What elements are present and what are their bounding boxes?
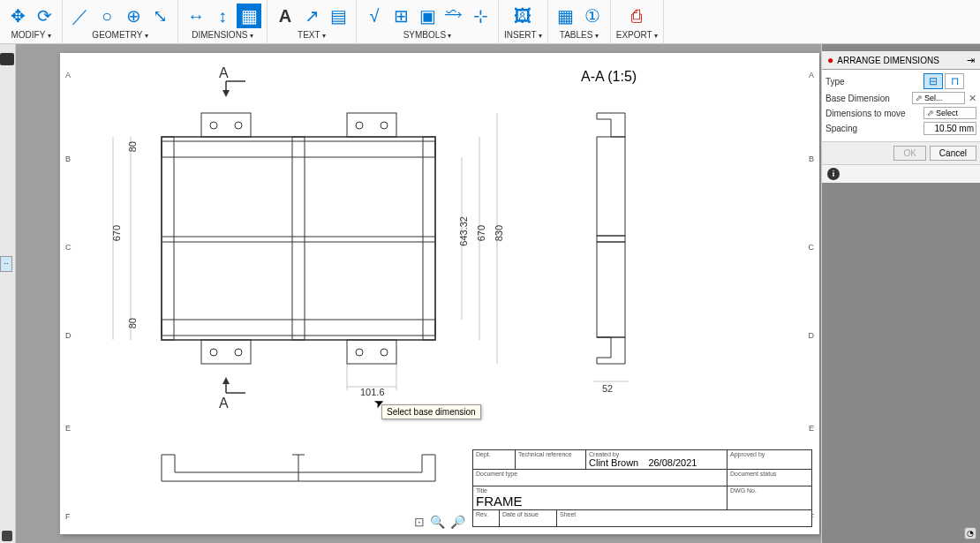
ribbon-label-modify[interactable]: MODIFY xyxy=(11,30,50,40)
zoom-fit-icon[interactable]: ⊡ xyxy=(414,515,425,529)
move-dim-label: Dimensions to move xyxy=(825,109,920,118)
zoom-out-icon[interactable]: 🔎 xyxy=(450,515,465,529)
help-icon[interactable]: ◔ xyxy=(964,527,976,539)
bottom-view xyxy=(162,455,435,481)
image-icon[interactable]: 🖼 xyxy=(510,4,535,28)
tb-created-by: Clint Brown xyxy=(589,457,638,468)
svg-rect-5 xyxy=(162,137,174,340)
weld-icon[interactable]: ⭇ xyxy=(441,4,466,28)
tb-created-lbl: Created by xyxy=(589,451,724,457)
left-tab-1[interactable] xyxy=(0,53,14,65)
text-icon[interactable]: A xyxy=(273,4,298,28)
spacing-label: Spacing xyxy=(825,124,920,133)
ribbon-group-dimensions: ↔ ↕ ▦ DIMENSIONS xyxy=(178,0,268,43)
properties-panel: ● ARRANGE DIMENSIONS ⇥ Type ⊟ ⊓ Base Dim… xyxy=(821,44,980,543)
type-baseline-button[interactable]: ⊓ xyxy=(945,73,964,89)
ribbon-label-dimensions[interactable]: DIMENSIONS xyxy=(192,30,253,40)
svg-point-13 xyxy=(381,122,388,129)
dim-670b[interactable]: 670 xyxy=(476,225,486,241)
ok-button[interactable]: OK xyxy=(893,146,925,161)
surface-icon[interactable]: √ xyxy=(362,4,387,28)
left-bottom-icon[interactable] xyxy=(2,531,12,541)
svg-rect-7 xyxy=(423,137,435,340)
svg-point-10 xyxy=(235,122,242,129)
type-label: Type xyxy=(825,77,920,87)
circle-icon[interactable]: ○ xyxy=(94,4,119,28)
arc-icon[interactable]: ⊕ xyxy=(121,4,146,28)
ribbon-label-symbols[interactable]: SYMBOLS xyxy=(403,30,452,40)
svg-rect-11 xyxy=(347,113,396,137)
balloon-icon[interactable]: ① xyxy=(580,4,605,28)
drawing-sheet: A B C D E F A B C D E F A-A (1:5) xyxy=(60,53,819,534)
ribbon-label-text[interactable]: TEXT xyxy=(298,30,326,40)
dim-643[interactable]: 643.32 xyxy=(458,216,469,246)
dim-80b[interactable]: 80 xyxy=(127,318,138,328)
panel-body: Type ⊟ ⊓ Base Dimension ⬀Sel... ✕ Dimens… xyxy=(822,70,980,141)
spline-icon[interactable]: ⤡ xyxy=(147,4,172,28)
pdf-icon[interactable]: ⎙ xyxy=(624,4,649,28)
base-dim-clear-button[interactable]: ✕ xyxy=(969,93,976,104)
centermark-icon[interactable]: ⊹ xyxy=(468,4,493,28)
ribbon-label-geometry[interactable]: GEOMETRY xyxy=(92,30,147,40)
tb-approved-lbl: Approved by xyxy=(730,451,809,457)
panel-bullet-icon: ● xyxy=(827,54,833,66)
note-icon[interactable]: ▤ xyxy=(326,4,351,28)
svg-rect-0 xyxy=(162,137,435,340)
base-dim-select-button[interactable]: ⬀Sel... xyxy=(912,92,965,104)
svg-point-9 xyxy=(210,122,217,129)
title-block: Dept. Technical reference Created by Cli… xyxy=(472,449,812,527)
svg-rect-6 xyxy=(292,137,305,340)
svg-rect-1 xyxy=(162,141,435,157)
table-icon[interactable]: ▦ xyxy=(554,4,578,28)
tb-dept-lbl: Dept. xyxy=(476,451,512,457)
ribbon-group-geometry: ／ ○ ⊕ ⤡ GEOMETRY xyxy=(63,0,178,43)
gdt-icon[interactable]: ⊞ xyxy=(388,4,413,28)
info-row: i xyxy=(822,164,980,183)
zoom-controls: ⊡ 🔍 🔎 xyxy=(414,515,465,529)
tb-doctype-lbl: Document type xyxy=(476,471,724,477)
ribbon-label-tables[interactable]: TABLES xyxy=(560,30,599,40)
ribbon-label-insert[interactable]: INSERT xyxy=(504,30,542,40)
cancel-button[interactable]: Cancel xyxy=(930,146,976,161)
move-icon[interactable]: ✥ xyxy=(5,4,30,28)
dim-h-icon[interactable]: ↔ xyxy=(184,4,208,28)
arrange-dim-icon[interactable]: ▦ xyxy=(237,4,261,28)
tb-rev-lbl: Rev. xyxy=(476,511,496,517)
svg-rect-14 xyxy=(201,340,251,364)
move-dim-select-button[interactable]: ⬀Select xyxy=(923,107,976,119)
pin-icon[interactable]: ⇥ xyxy=(967,55,975,66)
tb-docstatus-lbl: Document status xyxy=(730,471,809,477)
dim-v-icon[interactable]: ↕ xyxy=(210,4,235,28)
leader-icon[interactable]: ↗ xyxy=(299,4,324,28)
tb-title: FRAME xyxy=(476,494,724,509)
svg-point-19 xyxy=(381,349,388,356)
rotate-icon[interactable]: ⟳ xyxy=(32,4,57,28)
tb-created-date: 26/08/2021 xyxy=(648,457,697,468)
svg-point-12 xyxy=(356,122,363,129)
dim-830[interactable]: 830 xyxy=(494,225,504,241)
svg-point-18 xyxy=(356,349,363,356)
svg-rect-8 xyxy=(201,113,251,137)
ribbon-group-symbols: √ ⊞ ▣ ⭇ ⊹ SYMBOLS xyxy=(357,0,499,43)
line-icon[interactable]: ／ xyxy=(68,4,93,28)
spacing-input[interactable] xyxy=(923,122,976,135)
dim-52[interactable]: 52 xyxy=(602,383,613,394)
ribbon-group-text: A ↗ ▤ TEXT xyxy=(268,0,357,43)
type-stacked-button[interactable]: ⊟ xyxy=(923,73,943,89)
section-a-top: A xyxy=(219,65,229,81)
datum-icon[interactable]: ▣ xyxy=(415,4,440,28)
front-view xyxy=(113,81,497,393)
svg-marker-25 xyxy=(222,377,230,384)
tb-title-lbl: Title xyxy=(476,487,724,494)
svg-point-16 xyxy=(235,349,242,356)
dim-80a[interactable]: 80 xyxy=(127,141,138,152)
panel-header: ● ARRANGE DIMENSIONS ⇥ xyxy=(822,51,980,70)
ribbon-label-export[interactable]: EXPORT xyxy=(616,30,658,40)
base-dim-label: Base Dimension xyxy=(825,94,908,103)
drawing-canvas[interactable]: A B C D E F A B C D E F A-A (1:5) xyxy=(16,44,821,543)
svg-rect-2 xyxy=(162,320,435,336)
dim-670[interactable]: 670 xyxy=(111,225,122,241)
zoom-in-icon[interactable]: 🔍 xyxy=(430,515,445,529)
left-tab-2[interactable]: .. xyxy=(0,256,12,272)
ribbon-group-modify: ✥ ⟳ MODIFY xyxy=(0,0,63,43)
